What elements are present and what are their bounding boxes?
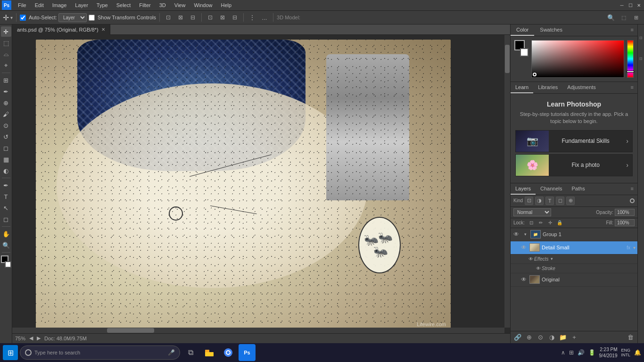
move-tool[interactable]: ✛: [1, 26, 11, 37]
move-dropdown[interactable]: ▾: [10, 15, 13, 20]
align-right-icon[interactable]: ⊟: [188, 12, 198, 23]
layer-eye-detail[interactable]: 👁: [520, 244, 528, 251]
align-bottom-icon[interactable]: ⊟: [230, 12, 240, 23]
tray-volume-icon[interactable]: 🔊: [578, 349, 585, 356]
close-button[interactable]: ✕: [636, 2, 642, 8]
tab-paths[interactable]: Paths: [567, 183, 590, 195]
search-icon-top[interactable]: 🔍: [607, 14, 615, 21]
align-left-icon[interactable]: ⊡: [163, 12, 173, 23]
layer-expand-detail[interactable]: ▾: [633, 245, 636, 250]
layer-eye-stroke[interactable]: 👁: [535, 264, 542, 272]
tab-learn[interactable]: Learn: [511, 82, 533, 93]
text-tool[interactable]: T: [1, 191, 11, 202]
layers-panel-menu-btn[interactable]: ≡: [627, 183, 637, 195]
taskbar-file-explorer[interactable]: [201, 344, 218, 361]
filter-circle-btn[interactable]: [630, 198, 635, 203]
menu-filter[interactable]: Filter: [135, 1, 154, 9]
crop-tool[interactable]: ⊞: [1, 75, 11, 85]
hand-tool[interactable]: ✋: [1, 229, 11, 239]
menu-select[interactable]: Select: [113, 1, 135, 9]
layer-effects-expand[interactable]: ▾: [551, 256, 553, 261]
eyedropper-tool[interactable]: ✒: [1, 86, 11, 97]
eraser-tool[interactable]: ◻: [1, 143, 11, 153]
dodge-tool[interactable]: ◐: [1, 165, 11, 176]
brush-tool[interactable]: 🖌: [1, 109, 11, 119]
filter-smart-btn[interactable]: ⊕: [566, 197, 575, 205]
auto-select-checkbox[interactable]: [20, 15, 26, 21]
selection-tool[interactable]: ⬚: [1, 38, 11, 48]
taskbar-browser[interactable]: [220, 344, 237, 361]
blend-mode-select[interactable]: Normal Multiply Screen Overlay: [513, 208, 551, 216]
move-icon[interactable]: ✛: [3, 13, 9, 22]
menu-window[interactable]: Window: [190, 1, 216, 9]
start-button[interactable]: ⊞: [3, 345, 18, 360]
distribute-icon[interactable]: ⋮: [247, 12, 257, 23]
workspace-icon[interactable]: ⊞: [631, 12, 641, 23]
filter-shape-btn[interactable]: ◻: [556, 197, 564, 205]
menu-type[interactable]: Type: [93, 1, 112, 9]
status-nav-left[interactable]: ◀: [29, 335, 33, 341]
tab-adjustments[interactable]: Adjustments: [562, 82, 601, 93]
opacity-value[interactable]: 100%: [615, 209, 635, 216]
menu-help[interactable]: Help: [217, 1, 236, 9]
add-adjustment-btn[interactable]: ◑: [546, 332, 557, 343]
add-layer-btn[interactable]: +: [569, 332, 579, 343]
layer-eye-group-1[interactable]: 👁: [512, 230, 520, 238]
tab-libraries[interactable]: Libraries: [533, 82, 562, 93]
notification-btn[interactable]: 🔔: [634, 349, 641, 356]
taskbar-search-bar[interactable]: Type here to search 🎤: [20, 346, 180, 360]
language-indicator[interactable]: ENG INTL: [621, 348, 630, 357]
zoom-tool[interactable]: 🔍: [1, 240, 11, 250]
lock-image-btn[interactable]: ✏: [537, 219, 545, 227]
gradient-tool[interactable]: ▦: [1, 154, 11, 165]
tray-expand-btn[interactable]: ∧: [561, 349, 565, 356]
align-middle-v-icon[interactable]: ⊠: [217, 12, 228, 23]
system-clock[interactable]: 2:23 PM 9/4/2019: [599, 346, 618, 359]
taskbar-photoshop[interactable]: Ps: [239, 344, 256, 361]
vertical-scrollbar[interactable]: [504, 35, 510, 328]
filter-type-btn[interactable]: T: [545, 197, 554, 205]
color-spectrum-bar[interactable]: [627, 40, 634, 78]
heal-tool[interactable]: ⊕: [1, 98, 11, 108]
layer-group-1[interactable]: 👁 ▾ 📁 Group 1: [511, 228, 637, 241]
close-document-btn[interactable]: ✕: [101, 27, 105, 32]
menu-edit[interactable]: Edit: [31, 1, 48, 9]
delete-layer-btn[interactable]: 🗑: [625, 332, 636, 343]
menu-3d[interactable]: 3D: [156, 1, 170, 9]
v-scroll-thumb[interactable]: [505, 45, 510, 73]
active-document-tab[interactable]: ants.psd @ 75% (Original, RGB/8*) ✕: [12, 25, 110, 35]
taskbar-mic-icon[interactable]: 🎤: [168, 349, 175, 356]
color-panel-menu-btn[interactable]: ≡: [627, 25, 637, 36]
align-center-h-icon[interactable]: ⊠: [175, 12, 186, 23]
h-scroll-thumb[interactable]: [107, 328, 154, 333]
background-color[interactable]: [5, 261, 11, 268]
menu-view[interactable]: View: [171, 1, 190, 9]
learn-panel-menu-btn[interactable]: ≡: [627, 82, 637, 93]
lock-all-btn[interactable]: 🔒: [556, 219, 563, 227]
more-options-btn[interactable]: ...: [259, 12, 270, 23]
tab-channels[interactable]: Channels: [536, 183, 567, 195]
minimize-button[interactable]: ─: [619, 2, 625, 8]
filter-pixel-btn[interactable]: ⊡: [525, 197, 533, 205]
layer-original[interactable]: 👁 Original: [511, 273, 637, 287]
menu-file[interactable]: File: [14, 1, 30, 9]
layer-eye-original[interactable]: 👁: [520, 276, 528, 283]
tutorial-fix-photo[interactable]: 🌸 Fix a photo ›: [515, 154, 633, 176]
tray-network-icon[interactable]: ⊞: [569, 349, 574, 356]
layer-detail-small[interactable]: 👁 Detail Small fx ▾: [511, 241, 637, 255]
background-swatch[interactable]: [520, 48, 528, 57]
tutorial-fundamental-skills[interactable]: 📷 Fundamental Skills ›: [515, 130, 633, 152]
auto-select-dropdown[interactable]: Layer Group: [58, 13, 87, 22]
horizontal-scrollbar[interactable]: [12, 328, 504, 333]
pen-tool[interactable]: ✒: [1, 180, 11, 190]
panel-edge-btn-1[interactable]: ⊡: [638, 28, 644, 47]
layer-expand-group-1[interactable]: ▾: [522, 231, 528, 238]
add-style-btn[interactable]: ⊕: [524, 332, 534, 343]
add-mask-btn[interactable]: ⊙: [535, 332, 545, 343]
stamp-tool[interactable]: ⊙: [1, 120, 11, 131]
layer-eye-effects[interactable]: 👁: [528, 255, 534, 263]
lock-transparent-btn[interactable]: ⊡: [528, 219, 535, 227]
tab-color[interactable]: Color: [511, 25, 534, 36]
layer-fx-detail[interactable]: fx: [627, 245, 630, 250]
lasso-tool[interactable]: ⌓: [1, 49, 11, 59]
